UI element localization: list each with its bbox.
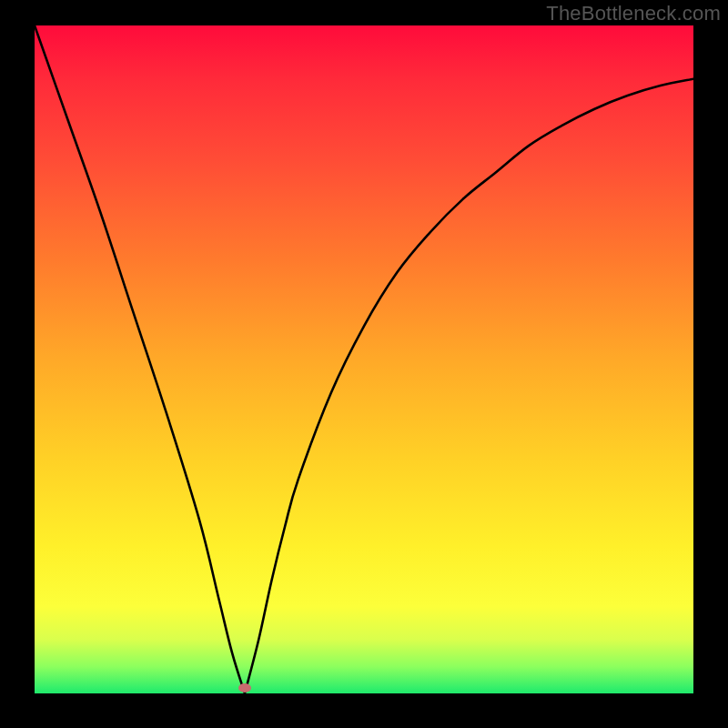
bottleneck-curve bbox=[35, 25, 693, 693]
plot-area bbox=[35, 25, 693, 693]
watermark-text: TheBottleneck.com bbox=[546, 2, 721, 25]
optimal-point-dot bbox=[238, 683, 251, 693]
chart-container: TheBottleneck.com bbox=[0, 0, 728, 728]
